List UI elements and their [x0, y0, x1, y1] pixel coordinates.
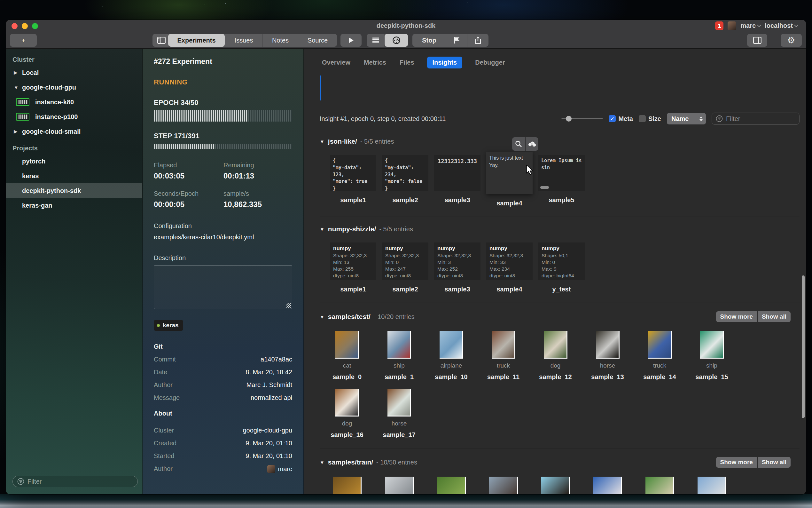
tab-debugger[interactable]: Debugger	[474, 57, 506, 69]
sort-select[interactable]: Name	[667, 113, 706, 124]
collapse-icon[interactable]: ▼	[320, 314, 325, 320]
slider-knob[interactable]	[566, 116, 572, 122]
chevron-down-icon	[794, 23, 798, 27]
list-view-button[interactable]	[367, 34, 385, 47]
sidebar-item-instance-k80[interactable]: instance-k80	[6, 95, 142, 110]
sample-image[interactable]	[700, 331, 724, 358]
section-name: json-like/	[328, 137, 357, 145]
host-menu[interactable]: localhost	[765, 22, 798, 30]
collapse-icon[interactable]: ▼	[320, 139, 325, 144]
insight-entry-card[interactable]: 12312312.333	[434, 155, 480, 191]
tab-source[interactable]: Source	[298, 34, 337, 47]
insight-entry-card[interactable]: Lorem Ipsum is sin	[538, 155, 585, 191]
sidebar-item-keras-gan[interactable]: keras-gan	[6, 198, 142, 213]
sample-cell: trucksample_11	[477, 331, 529, 381]
sample-image[interactable]	[387, 389, 411, 417]
disclosure-right-icon[interactable]: ▶	[14, 70, 22, 76]
new-experiment-button[interactable]: +	[10, 34, 37, 47]
sidebar-item-local[interactable]: ▶ Local	[6, 65, 142, 80]
sidebar-item-pytorch[interactable]: pytorch	[6, 154, 142, 169]
tab-notes[interactable]: Notes	[263, 34, 298, 47]
sample-image[interactable]	[437, 477, 466, 494]
sidebar-item-instance-p100[interactable]: instance-p100	[6, 110, 142, 124]
collapse-icon[interactable]: ▼	[320, 226, 325, 232]
sample-image[interactable]	[596, 331, 620, 358]
tab-files[interactable]: Files	[399, 57, 415, 69]
sidebar-item-google-cloud-small[interactable]: ▶ google-cloud-small	[6, 124, 142, 139]
numpy-entry-card[interactable]: numpyShape: 50,1Min: 0Max: 9dtype: bigIn…	[538, 243, 585, 280]
sample-image[interactable]	[489, 477, 518, 494]
sample-cell: horsesample_17	[373, 389, 425, 438]
run-button[interactable]	[340, 34, 362, 47]
numpy-entry-card[interactable]: numpyShape: 32,32,3Min: 0Max: 247dtype: …	[382, 243, 428, 280]
user-name: marc	[741, 22, 756, 30]
sidebar-item-google-cloud-gpu[interactable]: ▼ google-cloud-gpu	[6, 80, 142, 95]
sample-cell: shipsample_1	[373, 331, 425, 381]
thumbnail-size-slider[interactable]	[561, 118, 603, 119]
disclosure-right-icon[interactable]: ▶	[14, 129, 22, 134]
meta-checkbox[interactable]: ✓	[609, 115, 616, 122]
flag-button[interactable]	[446, 34, 467, 47]
sample-image[interactable]	[593, 477, 622, 494]
sample-image[interactable]	[492, 331, 515, 358]
dashboard-view-button[interactable]	[385, 34, 408, 47]
sidebar: Cluster ▶ Local ▼ google-cloud-gpu insta…	[6, 49, 143, 494]
download-entry-button[interactable]	[526, 137, 538, 151]
show-all-button[interactable]: Show all	[758, 457, 791, 468]
notification-badge[interactable]: 1	[715, 22, 723, 30]
titlebar: deepkit-python-sdk 1 marc localhost	[6, 20, 806, 32]
toggle-sidebar-button[interactable]	[152, 34, 171, 47]
vertical-scrollbar[interactable]	[802, 276, 805, 418]
sample-image[interactable]	[698, 477, 726, 494]
sample-image[interactable]	[385, 477, 414, 494]
sample-image[interactable]	[646, 477, 674, 494]
sidebar-item-deepkit-python-sdk[interactable]: deepkit-python-sdk	[6, 183, 142, 198]
sidebar-section-cluster: Cluster	[12, 56, 142, 64]
show-all-button[interactable]: Show all	[758, 311, 791, 322]
sample-image[interactable]	[335, 331, 359, 358]
collapse-icon[interactable]: ▼	[320, 460, 325, 465]
sample-cell: airplanesample_10	[425, 331, 477, 381]
user-avatar[interactable]	[728, 22, 736, 30]
sidebar-item-keras[interactable]: keras	[6, 169, 142, 183]
stop-button[interactable]: Stop	[413, 34, 446, 47]
insight-entry-card[interactable]: { "my-data": 234, "more": false }	[382, 155, 428, 191]
sample-cell: catsample_0	[321, 331, 373, 381]
tab-overview[interactable]: Overview	[321, 57, 351, 69]
numpy-entry-card[interactable]: numpyShape: 32,32,3Min: 33Max: 234dtype:…	[486, 243, 533, 280]
show-more-button[interactable]: Show more	[716, 311, 757, 322]
sidebar-filter-input[interactable]: Filter	[12, 476, 138, 487]
filter-placeholder: Filter	[28, 478, 42, 485]
insight-timeline-slider[interactable]	[320, 76, 321, 100]
tab-metrics[interactable]: Metrics	[363, 57, 387, 69]
section-count: - 10/20 entries	[374, 313, 415, 321]
tab-issues[interactable]: Issues	[225, 34, 263, 47]
tab-experiments[interactable]: Experiments	[168, 34, 225, 47]
numpy-entry-card[interactable]: numpyShape: 32,32,3Min: 3Max: 252dtype: …	[434, 243, 480, 280]
insights-filter-input[interactable]: Filter	[712, 113, 800, 125]
sample-image[interactable]	[387, 331, 411, 358]
disclosure-down-icon[interactable]: ▼	[14, 85, 22, 90]
resize-handle-icon[interactable]	[286, 303, 291, 308]
sample-image[interactable]	[439, 331, 463, 358]
toggle-inspector-button[interactable]	[747, 34, 767, 47]
remaining-value: 00:01:13	[224, 171, 292, 180]
sample-image[interactable]	[544, 331, 567, 358]
sample-image[interactable]	[541, 477, 570, 494]
insight-entry-card[interactable]: { "my-data": 123, "more": true }	[330, 155, 376, 191]
user-menu[interactable]: marc	[741, 22, 761, 30]
tag-keras[interactable]: keras	[154, 320, 183, 331]
sample-image[interactable]	[335, 389, 359, 417]
section-name: samples/test/	[328, 313, 371, 321]
share-button[interactable]	[467, 34, 488, 47]
mini-scrollbar[interactable]	[540, 186, 549, 189]
show-more-button[interactable]: Show more	[716, 457, 757, 468]
sample-image[interactable]	[333, 477, 362, 494]
settings-button[interactable]: ⚙	[781, 34, 802, 47]
description-textarea[interactable]	[154, 265, 292, 309]
size-checkbox[interactable]	[639, 115, 646, 122]
tab-insights[interactable]: Insights	[427, 57, 463, 69]
zoom-entry-button[interactable]	[512, 137, 525, 151]
sample-image[interactable]	[648, 331, 672, 358]
numpy-entry-card[interactable]: numpyShape: 32,32,3Min: 13Max: 255dtype:…	[330, 243, 376, 280]
